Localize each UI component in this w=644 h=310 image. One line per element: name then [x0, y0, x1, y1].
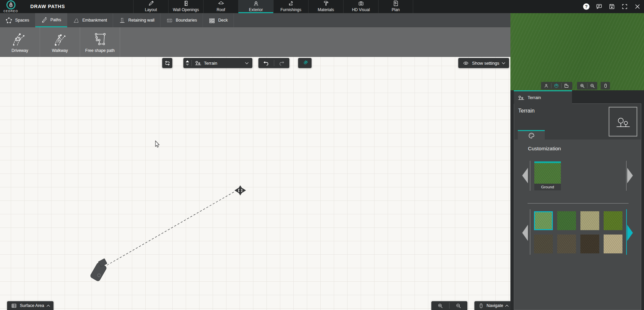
- terrain-panel: Terrain Terrain: [510, 90, 644, 310]
- preview-mouse-button[interactable]: [601, 83, 610, 88]
- subtab-paths[interactable]: Paths: [35, 13, 67, 27]
- navigate-button[interactable]: Navigate: [474, 301, 512, 310]
- swatch-dirt[interactable]: [557, 235, 576, 253]
- layer-selector[interactable]: Terrain: [183, 58, 252, 68]
- tab-label: Materials: [318, 7, 334, 12]
- tab-plan[interactable]: Plan: [378, 0, 413, 13]
- tab-hd-visual[interactable]: HD Visual: [343, 0, 378, 13]
- swatch-light-grass[interactable]: [534, 211, 553, 230]
- tool-free-shape-path[interactable]: Free shape path: [80, 27, 120, 57]
- subtab-deck[interactable]: Deck: [203, 13, 234, 27]
- surface-area-button[interactable]: Surface Area: [7, 301, 53, 310]
- terrain-preview-button[interactable]: [609, 107, 637, 136]
- subtab-retaining-wall[interactable]: Retaining wall: [113, 13, 160, 27]
- paths-icon: [41, 17, 47, 23]
- close-icon[interactable]: [634, 3, 641, 10]
- deck-icon: [209, 17, 215, 24]
- driveway-icon: [11, 32, 29, 46]
- 3d-preview[interactable]: [510, 13, 644, 90]
- 3d-view-button[interactable]: [551, 83, 561, 88]
- tab-materials[interactable]: Materials: [308, 0, 343, 13]
- tab-wall-openings[interactable]: Wall Openings: [168, 0, 203, 13]
- page-title: DRAW PATHS: [30, 0, 65, 13]
- zoom-out-icon: [590, 83, 595, 88]
- feedback-icon[interactable]: [596, 3, 602, 10]
- subtab-label: Paths: [50, 18, 61, 22]
- subtab-spaces[interactable]: Spaces: [0, 13, 35, 27]
- tool-walkway[interactable]: Walkway: [40, 27, 80, 57]
- tool-driveway[interactable]: Driveway: [0, 27, 40, 57]
- swatch-olive-grass[interactable]: [604, 211, 622, 230]
- logo-tree-icon: [6, 0, 15, 9]
- replace-terrain-button[interactable]: [162, 58, 172, 68]
- walkway-icon: [51, 32, 69, 46]
- window-actions: ?: [583, 0, 641, 13]
- door-icon: [182, 0, 190, 7]
- layer-stepper[interactable]: [183, 60, 191, 66]
- blueprint-icon: [392, 0, 399, 7]
- show-settings-button[interactable]: Show settings: [458, 58, 509, 68]
- swatch-prev-arrow[interactable]: [522, 225, 528, 241]
- texture-swatch-grid: [534, 211, 622, 253]
- swatch-soil[interactable]: [580, 235, 599, 253]
- help-icon[interactable]: ?: [583, 3, 589, 10]
- customization-tab[interactable]: [518, 130, 545, 140]
- navigate-label: Navigate: [487, 303, 503, 308]
- slot-carousel-prev-arrow[interactable]: [522, 168, 528, 183]
- swatch-gravel[interactable]: [534, 235, 553, 253]
- embankment-icon: [73, 17, 79, 24]
- zoom-out-icon[interactable]: [456, 303, 461, 309]
- preview-zoom-in-button[interactable]: [577, 83, 587, 88]
- mouse-icon: [603, 83, 608, 88]
- swatch-next-arrow[interactable]: [627, 225, 633, 241]
- fullscreen-icon[interactable]: [621, 3, 628, 10]
- slot-carousel-next-arrow[interactable]: [627, 168, 633, 183]
- spaces-icon: [6, 17, 12, 24]
- divider: [626, 209, 627, 255]
- cedreo-logo[interactable]: CEDREO: [1, 0, 20, 13]
- app-window: CEDREO DRAW PATHS Layout Wall Openings: [0, 0, 644, 310]
- path-start-stamp[interactable]: [90, 258, 107, 282]
- zoom-in-icon[interactable]: [437, 303, 443, 309]
- first-person-view-button[interactable]: [541, 83, 551, 88]
- swatch-sand[interactable]: [604, 235, 622, 253]
- terrain-panel-content: Terrain Customization: [514, 103, 641, 310]
- divider: [626, 161, 627, 191]
- preview-zoom-out-button[interactable]: [587, 83, 597, 88]
- terrain-panel-tab[interactable]: Terrain: [514, 90, 572, 104]
- ground-slot-label: Ground: [534, 184, 561, 190]
- surface-list-icon: [11, 303, 17, 309]
- swatch-dry-grass[interactable]: [580, 211, 599, 230]
- top-bar: CEDREO DRAW PATHS Layout Wall Openings: [0, 0, 644, 13]
- step-down-icon[interactable]: [186, 64, 189, 66]
- subtab-embankment[interactable]: Embankment: [67, 13, 113, 27]
- subtab-label: Embankment: [82, 18, 107, 23]
- plan-view-button[interactable]: [561, 83, 571, 88]
- swatch-dark-grass[interactable]: [557, 211, 576, 230]
- tab-furnishings[interactable]: Furnishings: [273, 0, 308, 13]
- ground-slot[interactable]: Ground: [534, 161, 561, 190]
- save-icon[interactable]: [609, 3, 615, 10]
- subtab-boundaries[interactable]: Boundaries: [160, 13, 203, 27]
- tab-exterior[interactable]: Exterior: [238, 0, 273, 13]
- tab-layout[interactable]: Layout: [133, 0, 168, 13]
- drawing-canvas[interactable]: Terrain Show settings: [0, 57, 510, 310]
- chevron-down-icon: [245, 61, 249, 64]
- show-settings-label: Show settings: [472, 61, 499, 66]
- redo-icon[interactable]: [279, 60, 285, 66]
- retaining-wall-icon: [119, 17, 125, 24]
- tab-roof[interactable]: Roof: [203, 0, 238, 13]
- divider: [191, 60, 192, 66]
- subtab-label: Boundaries: [176, 18, 197, 23]
- free-shape-path-icon: [91, 32, 109, 46]
- divider: [449, 303, 450, 309]
- terrain-icon: [195, 61, 202, 65]
- view-mode-controls: [541, 82, 572, 90]
- path-dashed-line[interactable]: [107, 191, 235, 265]
- snap-toggle-button[interactable]: [298, 58, 312, 68]
- tool-label: Driveway: [11, 48, 28, 53]
- undo-icon[interactable]: [263, 60, 269, 66]
- camera-icon: [357, 0, 365, 7]
- subtab-label: Deck: [218, 18, 227, 23]
- step-up-icon[interactable]: [186, 60, 189, 62]
